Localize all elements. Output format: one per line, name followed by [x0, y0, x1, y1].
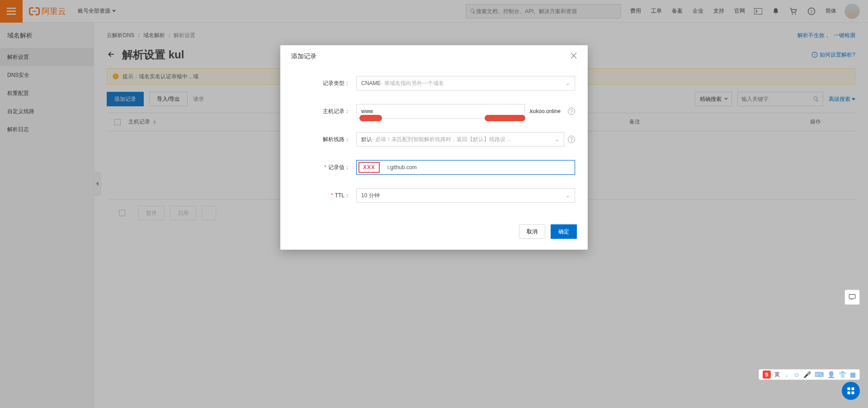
domain-suffix: .kukoo.online: [528, 108, 561, 114]
ime-toolbox-icon[interactable]: ▦: [850, 371, 856, 378]
line-value: 默认: [361, 136, 372, 143]
record-type-value: CNAME: [361, 80, 381, 86]
label-line: 解析线路：: [293, 136, 356, 143]
chevron-down-icon: ⌄: [566, 192, 570, 199]
svg-rect-14: [848, 388, 850, 390]
ime-punct-icon[interactable]: ，: [783, 370, 790, 379]
record-type-desc: - 将域名指向另外一个域名: [381, 80, 443, 87]
ttl-select[interactable]: 10 分钟 ⌄: [356, 188, 575, 203]
chat-icon: [848, 294, 856, 301]
redaction-mark: [359, 115, 382, 121]
chevron-down-icon: ⌄: [555, 136, 559, 142]
ttl-value: 10 分钟: [361, 192, 380, 199]
apps-fab[interactable]: [842, 382, 860, 400]
modal-close-button[interactable]: [571, 52, 577, 61]
svg-rect-17: [852, 392, 854, 394]
label-record-type: 记录类型：: [293, 80, 356, 87]
cancel-button[interactable]: 取消: [519, 224, 545, 239]
feedback-bubble[interactable]: [844, 289, 860, 305]
svg-rect-15: [852, 388, 854, 390]
ime-keyboard-icon[interactable]: ⌨: [815, 371, 824, 378]
svg-rect-13: [849, 294, 855, 299]
ime-person-icon[interactable]: 👤: [827, 371, 835, 378]
add-record-modal: 添加记录 记录类型： CNAME - 将域名指向另外一个域名 ⌄ 主机记录：: [280, 45, 588, 250]
label-value: 记录值：: [293, 164, 356, 171]
record-value-input-wrapper: XXX i.github.com: [356, 160, 575, 175]
info-icon[interactable]: ?: [568, 136, 575, 143]
ime-voice-icon[interactable]: 🎤: [803, 371, 811, 378]
modal-title: 添加记录: [291, 52, 316, 61]
grid-icon: [847, 387, 855, 395]
redaction-mark: [485, 115, 525, 121]
svg-rect-16: [848, 392, 850, 394]
host-input-wrapper: [356, 104, 525, 119]
chevron-down-icon: ⌄: [566, 80, 570, 86]
ime-toolbar[interactable]: S 英 ， ☺ 🎤 ⌨ 👤 👕 ▦: [759, 369, 860, 380]
record-type-select[interactable]: CNAME - 将域名指向另外一个域名 ⌄: [356, 76, 575, 90]
line-desc: - 必填！未匹配到智能解析线路时，返回【默认】线路设…: [372, 136, 511, 143]
close-icon: [571, 52, 577, 59]
label-ttl: TTL：: [293, 192, 356, 199]
label-host: 主机记录：: [293, 108, 356, 115]
sogou-logo-icon: S: [763, 370, 771, 379]
redaction-box: XXX: [359, 162, 380, 173]
confirm-button[interactable]: 确定: [551, 224, 577, 239]
ime-lang[interactable]: 英: [774, 371, 780, 379]
ime-emoji-icon[interactable]: ☺: [793, 371, 800, 378]
host-input[interactable]: [361, 108, 520, 114]
ime-skin-icon[interactable]: 👕: [839, 371, 846, 378]
line-select[interactable]: 默认 - 必填！未匹配到智能解析线路时，返回【默认】线路设… ⌄: [356, 132, 564, 147]
info-icon[interactable]: ?: [568, 108, 575, 115]
